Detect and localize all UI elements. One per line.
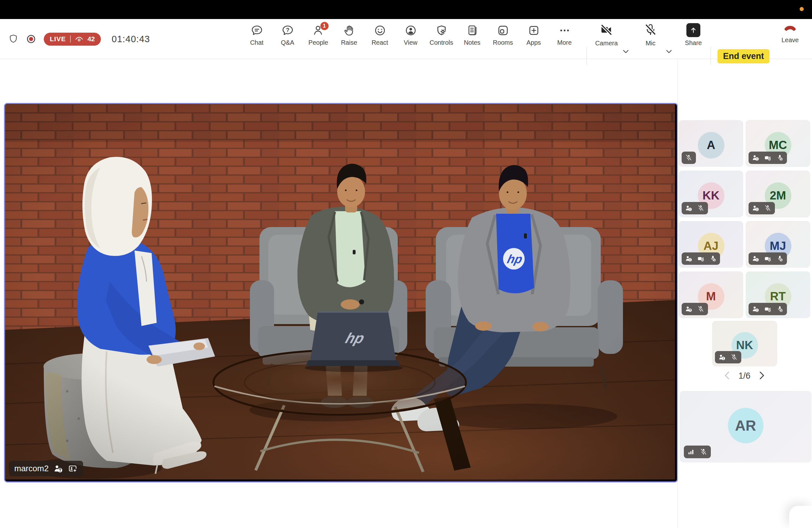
notes-icon (466, 24, 479, 37)
participant-initials: RT (770, 290, 786, 303)
avatar: AR (728, 408, 764, 443)
record-indicator-icon (26, 34, 36, 44)
participant-initials: 2M (770, 189, 786, 202)
participant-status-badges (715, 351, 741, 363)
viewer-count: 42 (88, 35, 95, 43)
live-divider (70, 35, 71, 43)
toolbar-button-label: Q&A (281, 39, 294, 46)
toolbar-button-notes[interactable]: Notes (457, 23, 488, 46)
person-alert-icon (719, 354, 726, 361)
toolbar-button-view[interactable]: View (395, 23, 426, 46)
leave-call-icon (783, 25, 797, 34)
participants-pagination: 1/6 (710, 371, 778, 381)
view-icon (404, 24, 417, 37)
share-button[interactable]: Share (681, 23, 706, 47)
mic-off-icon (644, 23, 657, 38)
viewers-eye-icon (75, 35, 84, 43)
mic-button[interactable]: Mic (639, 23, 662, 47)
menu-bar (0, 0, 812, 19)
mic-label: Mic (646, 40, 655, 47)
person-alert-icon (685, 205, 693, 212)
corner-popup-panel (789, 506, 812, 528)
toolbar-button-label: React (372, 39, 388, 46)
participant-status-badges (749, 303, 787, 315)
more-icon (558, 24, 571, 37)
mic-prohibited-icon (709, 255, 716, 262)
pagination-next-button[interactable] (759, 371, 765, 381)
mic-options-chevron[interactable] (666, 49, 672, 54)
participant-tile[interactable]: MC (746, 120, 810, 167)
participant-tile[interactable]: A (679, 120, 743, 167)
person-alert-icon (752, 154, 759, 161)
camera-button[interactable]: Camera (592, 23, 621, 47)
toolbar-button-label: Chat (250, 39, 263, 46)
shield-icon (8, 34, 18, 44)
participant-tile[interactable]: M (679, 272, 743, 318)
mic-prohibited-icon (776, 305, 783, 313)
camera-off-icon (764, 154, 771, 161)
toolbar-button-more[interactable]: More (549, 23, 580, 46)
leave-label: Leave (782, 36, 799, 44)
toolbar-button-apps[interactable]: Apps (518, 23, 549, 46)
stage-video-tile[interactable]: hp (4, 103, 678, 482)
toolbar-center-buttons: ChatQ&A1PeopleRaiseReactViewControlsNote… (241, 23, 580, 46)
toolbar-divider (586, 47, 587, 65)
toolbar-button-controls[interactable]: Controls (426, 23, 457, 46)
person-alert-icon (752, 255, 759, 262)
toolbar-button-label: Raise (341, 39, 357, 46)
participant-tile[interactable]: 2M (746, 171, 810, 217)
toolbar-button-label: Controls (430, 39, 453, 46)
mic-off-icon (685, 154, 693, 161)
pagination-label: 1/6 (738, 371, 751, 381)
live-badge: LIVE 42 (44, 33, 101, 46)
signal-icon (687, 448, 695, 456)
leave-button[interactable]: Leave (777, 24, 804, 44)
sidebar-divider (678, 59, 678, 528)
pagination-prev-button[interactable] (724, 371, 729, 381)
chevron-left-icon (724, 376, 729, 381)
status-cluster: LIVE 42 01:40:43 (8, 19, 150, 59)
teams-live-event-window: LIVE 42 01:40:43 ChatQ&A1PeopleRaiseReac… (0, 0, 812, 528)
live-label: LIVE (50, 35, 66, 43)
toolbar-button-chat[interactable]: Chat (241, 23, 272, 46)
end-event-button[interactable]: End event (717, 49, 769, 63)
chevron-down-icon (623, 49, 629, 54)
qna-icon (281, 24, 294, 37)
participant-initials: AR (735, 417, 756, 434)
controls-icon (435, 24, 448, 37)
toolbar-button-qna[interactable]: Q&A (272, 23, 303, 46)
participant-status-badges (682, 303, 708, 315)
chat-icon (250, 24, 263, 37)
participant-status-badges (749, 252, 787, 265)
react-icon (374, 24, 386, 37)
stage-video-scene: hp (5, 104, 675, 480)
toolbar-button-label: Rooms (493, 39, 513, 46)
person-alert-icon (752, 305, 759, 313)
toolbar-button-react[interactable]: React (364, 23, 395, 46)
person-question-icon (54, 464, 63, 473)
participant-tile-featured[interactable]: NK (712, 321, 777, 366)
participant-tile[interactable]: MJ (746, 221, 810, 268)
raise-icon (343, 24, 356, 37)
participant-initials: NK (736, 339, 753, 352)
toolbar-button-raise[interactable]: Raise (334, 23, 364, 46)
participant-initials: AJ (704, 239, 719, 253)
mic-prohibited-icon (776, 154, 783, 161)
camera-options-chevron[interactable] (623, 49, 629, 54)
participant-tile[interactable]: KK (679, 171, 743, 217)
participant-tile[interactable]: RT (746, 272, 810, 318)
toolbar-button-rooms[interactable]: Rooms (488, 23, 518, 46)
self-video-tile[interactable]: AR (680, 391, 811, 463)
mic-prohibited-icon (776, 255, 783, 262)
mic-off-icon (764, 205, 771, 212)
participant-initials: MC (769, 138, 787, 152)
toolbar-button-label: People (308, 39, 328, 46)
participant-initials: M (706, 290, 716, 303)
apps-icon (527, 24, 540, 37)
participant-status-badges (749, 202, 775, 214)
mic-off-icon (700, 448, 707, 456)
person-alert-icon (752, 205, 759, 212)
participant-tile[interactable]: AJ (679, 221, 743, 268)
toolbar-button-people[interactable]: 1People (303, 23, 334, 46)
mic-off-icon (730, 354, 738, 361)
